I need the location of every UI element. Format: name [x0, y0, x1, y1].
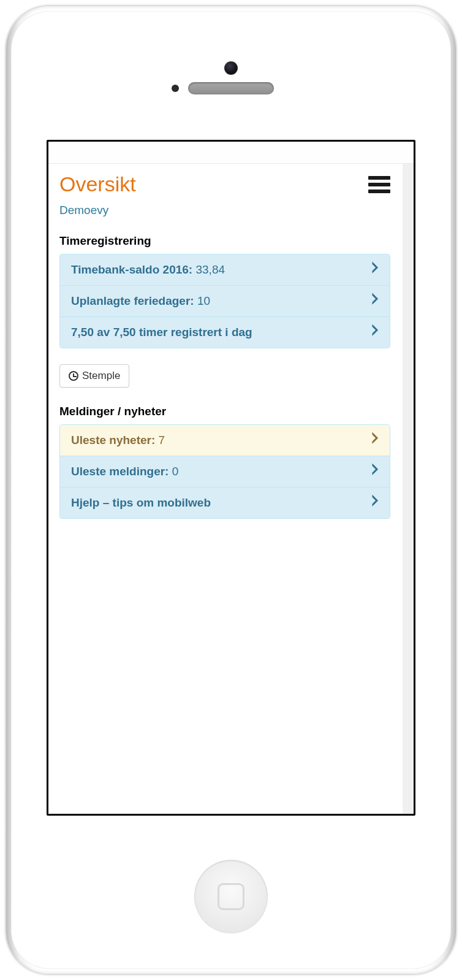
vacation-row[interactable]: Uplanlagte feriedager: 10	[60, 285, 390, 316]
phone-screen: ▴ Oversikt Demoevy Timeregistrering	[47, 140, 415, 816]
chevron-right-icon	[371, 323, 380, 340]
phone-camera	[224, 61, 238, 75]
stamp-button[interactable]: Stemple	[59, 364, 129, 388]
vacation-value: 10	[197, 294, 210, 307]
phone-home-button[interactable]	[194, 860, 268, 933]
timebank-row[interactable]: Timebank-saldo 2016: 33,84	[60, 255, 390, 285]
section-title-messages: Meldinger / nyheter	[59, 405, 390, 418]
messages-panel: Uleste nyheter: 7 Uleste meldinger: 0 Hj…	[59, 424, 390, 519]
top-divider	[48, 142, 414, 164]
unread-messages-label: Uleste meldinger:	[71, 465, 169, 478]
unread-news-value: 7	[159, 434, 165, 446]
help-row[interactable]: Hjelp – tips om mobilweb	[60, 487, 390, 518]
menu-icon[interactable]	[368, 173, 390, 196]
phone-frame-inner: ▴ Oversikt Demoevy Timeregistrering	[11, 11, 451, 969]
help-label: Hjelp – tips om mobilweb	[71, 496, 211, 509]
chevron-right-icon	[371, 462, 380, 479]
time-panel: Timebank-saldo 2016: 33,84 Uplanlagte fe…	[59, 254, 390, 348]
chevron-right-icon	[371, 292, 380, 308]
section-title-time: Timeregistrering	[59, 234, 390, 248]
chevron-right-icon	[371, 261, 380, 277]
unread-messages-value: 0	[172, 465, 179, 478]
unread-news-row[interactable]: Uleste nyheter: 7	[60, 425, 390, 456]
unread-news-label: Uleste nyheter:	[71, 434, 155, 446]
timebank-value: 33,84	[195, 263, 225, 276]
screen-viewport: Oversikt Demoevy Timeregistrering Timeba…	[48, 142, 414, 814]
page-header: Oversikt	[59, 172, 390, 196]
phone-speaker	[188, 82, 274, 94]
chevron-right-icon	[371, 431, 380, 448]
clock-icon	[69, 371, 78, 381]
timebank-label: Timebank-saldo 2016:	[71, 263, 192, 276]
page-title: Oversikt	[59, 172, 136, 196]
page-content: Oversikt Demoevy Timeregistrering Timeba…	[48, 164, 401, 530]
hours-today-row[interactable]: 7,50 av 7,50 timer registrert i dag	[60, 316, 390, 348]
phone-frame-outer: ▴ Oversikt Demoevy Timeregistrering	[6, 6, 456, 974]
phone-sensor	[172, 85, 179, 92]
stamp-button-label: Stemple	[82, 370, 120, 382]
chevron-right-icon	[371, 494, 380, 510]
hours-today-label: 7,50 av 7,50 timer registrert i dag	[71, 326, 252, 339]
unread-messages-row[interactable]: Uleste meldinger: 0	[60, 456, 390, 487]
user-name: Demoevy	[59, 204, 390, 217]
vacation-label: Uplanlagte feriedager:	[71, 294, 194, 307]
